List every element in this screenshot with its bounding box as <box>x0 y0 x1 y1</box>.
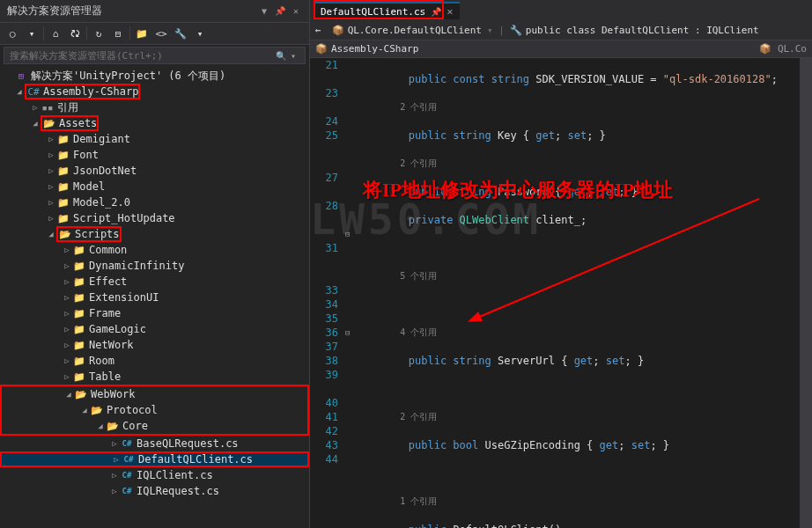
panel-title: 解决方案资源管理器 <box>7 4 102 18</box>
folder-network[interactable]: ▷📁NetWork <box>0 337 309 353</box>
properties-icon[interactable]: 🔧 <box>172 25 189 42</box>
showall-icon[interactable]: 📁 <box>133 25 151 42</box>
refresh-icon[interactable]: ↻ <box>90 25 107 42</box>
folder-room[interactable]: ▷📁Room <box>0 353 309 369</box>
folder-effect[interactable]: ▷📁Effect <box>0 274 309 290</box>
file-defaultql[interactable]: ▷C#DefaultQLClient.cs <box>0 451 309 467</box>
forward-icon[interactable]: ▾ <box>23 25 41 42</box>
back-icon[interactable]: ◯ <box>4 25 21 42</box>
tab-label: DefaultQLClient.cs <box>321 6 425 18</box>
more-icon[interactable]: ▾ <box>191 25 209 42</box>
folder-webwork[interactable]: ◢📂WebWork <box>2 386 307 402</box>
code-area[interactable]: public const string SDK_VERSION_VALUE = … <box>358 58 812 528</box>
folder-model2[interactable]: ▷📁Model_2.0 <box>0 194 309 210</box>
search-input[interactable] <box>10 50 275 62</box>
home-icon[interactable]: ⌂ <box>47 25 64 42</box>
code-icon[interactable]: <> <box>152 25 170 42</box>
nav-namespace[interactable]: 📦 QL.Core.DefaultQLClient <box>327 25 487 36</box>
folder-jsondotnet[interactable]: ▷📁JsonDotNet <box>0 163 309 179</box>
solution-node[interactable]: ⊞解决方案'UnityProject' (6 个项目) <box>0 68 309 84</box>
tab-bar: DefaultQLClient.cs 📌 ✕ <box>310 0 812 21</box>
nav-bar: ← 📦 QL.Core.DefaultQLClient ▾ | 🔧 public… <box>310 21 812 40</box>
folder-frame[interactable]: ▷📁Frame <box>0 305 309 321</box>
folder-protocol[interactable]: ◢📂Protocol <box>2 402 307 418</box>
breadcrumb-bar: 📦 Assembly-CSharp 📦 QL.Co <box>310 40 812 58</box>
folder-gamelogic[interactable]: ▷📁GameLogic <box>0 321 309 337</box>
search-bar[interactable]: 🔍 ▾ <box>4 47 306 64</box>
annotation-text: 将IP地址修改为中心服务器的IP地址 <box>363 177 673 203</box>
project-node[interactable]: ◢C#Assembly-CSharp <box>0 84 309 99</box>
collapse-icon[interactable]: ⊟ <box>109 25 127 42</box>
nav-back-icon[interactable]: ← <box>310 25 327 36</box>
fold-gutter[interactable]: ⊟⊟ <box>345 58 358 528</box>
references-node[interactable]: ▷▪▪引用 <box>0 99 309 115</box>
folder-extensionui[interactable]: ▷📁ExtensionUI <box>0 290 309 305</box>
pin-icon[interactable]: 📌 <box>431 7 441 17</box>
pin-icon[interactable]: 📌 <box>274 5 286 18</box>
crumb-assembly[interactable]: 📦 Assembly-CSharp <box>315 43 418 55</box>
close-icon[interactable]: ✕ <box>290 5 302 18</box>
crumb-end[interactable]: 📦 QL.Co <box>759 43 807 55</box>
assets-folder[interactable]: ◢📂Assets <box>0 115 309 131</box>
folder-core[interactable]: ◢📂Core <box>2 418 307 434</box>
sync-icon[interactable]: 🗘 <box>66 25 84 42</box>
close-icon[interactable]: ✕ <box>447 5 453 18</box>
search-dropdown-icon[interactable]: ▾ <box>287 49 299 62</box>
folder-dynamic[interactable]: ▷📁DynamicInfinity <box>0 258 309 274</box>
folder-table[interactable]: ▷📁Table <box>0 369 309 385</box>
search-icon[interactable]: 🔍 <box>275 49 287 62</box>
line-gutter: 21232425272831333435363738394041424344 <box>310 58 345 528</box>
folder-demigiant[interactable]: ▷📁Demigiant <box>0 131 309 147</box>
dropdown-icon[interactable]: ▼ <box>258 5 270 18</box>
solution-explorer-panel: 解决方案资源管理器 ▼ 📌 ✕ ◯ ▾ ⌂ 🗘 ↻ ⊟ 📁 <> 🔧 ▾ 🔍 ▾… <box>0 0 310 528</box>
folder-font[interactable]: ▷📁Font <box>0 147 309 163</box>
file-iqlrequest[interactable]: ▷C#IQLRequest.cs <box>0 483 309 499</box>
file-tab[interactable]: DefaultQLClient.cs 📌 ✕ <box>314 2 460 19</box>
nav-member[interactable]: 🔧 public class DefaultQLClient : IQLClie… <box>505 25 764 36</box>
code-editor[interactable]: LW50.COM 将IP地址修改为中心服务器的IP地址 212324252728… <box>310 58 812 528</box>
file-iqlclient[interactable]: ▷C#IQLClient.cs <box>0 467 309 483</box>
scrollbar-vertical[interactable] <box>800 58 812 528</box>
editor-panel: DefaultQLClient.cs 📌 ✕ ← 📦 QL.Core.Defau… <box>310 0 812 528</box>
folder-scripthot[interactable]: ▷📁Script_HotUpdate <box>0 210 309 226</box>
file-baseql[interactable]: ▷C#BaseQLRequest.cs <box>0 436 309 451</box>
solution-tree: ⊞解决方案'UnityProject' (6 个项目) ◢C#Assembly-… <box>0 66 309 528</box>
explorer-toolbar: ◯ ▾ ⌂ 🗘 ↻ ⊟ 📁 <> 🔧 ▾ <box>0 23 309 45</box>
folder-model[interactable]: ▷📁Model <box>0 179 309 194</box>
panel-header: 解决方案资源管理器 ▼ 📌 ✕ <box>0 0 309 23</box>
folder-common[interactable]: ▷📁Common <box>0 242 309 258</box>
folder-scripts[interactable]: ◢📂Scripts <box>0 226 309 242</box>
